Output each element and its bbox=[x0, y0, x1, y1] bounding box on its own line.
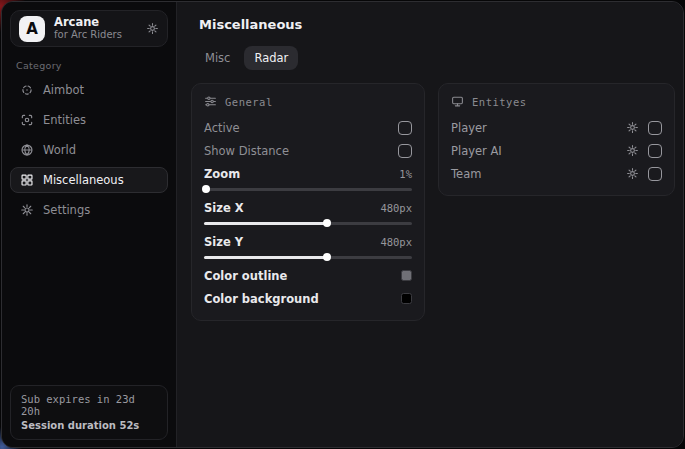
zoom-slider-fill bbox=[204, 188, 206, 191]
size-x-slider-fill bbox=[204, 222, 327, 225]
color-background-swatch[interactable] bbox=[401, 293, 412, 304]
entities-panel: Entityes Player Player AI bbox=[438, 83, 675, 196]
page-title: Miscellaneous bbox=[199, 17, 675, 32]
show-distance-label: Show Distance bbox=[204, 144, 398, 158]
general-panel-header: General bbox=[204, 95, 412, 108]
monitor-icon bbox=[451, 95, 464, 108]
sidebar-item-entities[interactable]: Entities bbox=[10, 107, 168, 133]
main-content: Miscellaneous Misc Radar General bbox=[177, 2, 684, 447]
player-ai-label: Player AI bbox=[451, 144, 626, 158]
row-color-outline: Color outline bbox=[204, 265, 412, 286]
show-distance-checkbox[interactable] bbox=[398, 144, 412, 158]
zoom-label: Zoom bbox=[204, 167, 399, 181]
brand-card: A Arcane for Arc Riders bbox=[10, 10, 168, 47]
brand-subtitle: for Arc Riders bbox=[54, 29, 137, 41]
sidebar-item-miscellaneous[interactable]: Miscellaneous bbox=[10, 167, 168, 193]
gear-icon bbox=[20, 203, 34, 217]
tab-radar[interactable]: Radar bbox=[244, 46, 298, 70]
size-y-label: Size Y bbox=[204, 235, 380, 249]
sidebar-item-label: Entities bbox=[43, 113, 86, 127]
brand-title: Arcane bbox=[54, 16, 137, 29]
panels-container: General Active Show Distance Zoom 1% bbox=[191, 83, 675, 321]
sidebar-item-label: Miscellaneous bbox=[43, 173, 124, 187]
size-y-slider-fill bbox=[204, 256, 327, 259]
tab-bar: Misc Radar bbox=[195, 46, 675, 70]
size-y-slider-thumb[interactable] bbox=[323, 253, 331, 261]
entities-panel-title: Entityes bbox=[472, 96, 527, 108]
size-y-value: 480px bbox=[380, 236, 412, 248]
brand-logo: A bbox=[19, 16, 45, 42]
team-gear-icon[interactable] bbox=[626, 167, 639, 180]
globe-icon bbox=[20, 143, 34, 157]
size-y-slider-track bbox=[204, 256, 412, 259]
zoom-value: 1% bbox=[399, 168, 412, 180]
row-zoom: Zoom 1% bbox=[204, 163, 412, 184]
entity-scan-icon bbox=[20, 113, 34, 127]
general-panel-title: General bbox=[225, 96, 273, 108]
size-x-value: 480px bbox=[380, 202, 412, 214]
brand-text: Arcane for Arc Riders bbox=[54, 16, 137, 41]
size-x-slider-track bbox=[204, 222, 412, 225]
row-player-ai: Player AI bbox=[451, 140, 662, 161]
player-gear-icon[interactable] bbox=[626, 121, 639, 134]
sub-expires-text: Sub expires in 23d 20h bbox=[21, 393, 157, 417]
crosshair-icon bbox=[20, 83, 34, 97]
color-background-label: Color background bbox=[204, 292, 401, 306]
brand-settings-gear-icon[interactable] bbox=[146, 22, 159, 35]
row-color-background: Color background bbox=[204, 288, 412, 309]
sidebar-item-label: World bbox=[43, 143, 76, 157]
grid-icon bbox=[20, 173, 34, 187]
sidebar-item-settings[interactable]: Settings bbox=[10, 197, 168, 223]
zoom-slider[interactable] bbox=[204, 184, 412, 194]
active-label: Active bbox=[204, 121, 398, 135]
zoom-slider-track bbox=[204, 188, 412, 191]
sidebar-item-world[interactable]: World bbox=[10, 137, 168, 163]
team-checkbox[interactable] bbox=[648, 167, 662, 181]
size-x-slider[interactable] bbox=[204, 218, 412, 228]
player-ai-checkbox[interactable] bbox=[648, 144, 662, 158]
tab-misc[interactable]: Misc bbox=[195, 46, 240, 70]
category-label: Category bbox=[16, 60, 168, 71]
zoom-slider-thumb[interactable] bbox=[202, 185, 210, 193]
player-checkbox[interactable] bbox=[648, 121, 662, 135]
sidebar-nav: Aimbot Entities World bbox=[10, 77, 168, 223]
row-team: Team bbox=[451, 163, 662, 184]
session-duration-text: Session duration 52s bbox=[21, 420, 157, 431]
row-size-y: Size Y 480px bbox=[204, 231, 412, 252]
sidebar-item-label: Aimbot bbox=[43, 83, 84, 97]
player-ai-gear-icon[interactable] bbox=[626, 144, 639, 157]
color-outline-label: Color outline bbox=[204, 269, 401, 283]
general-panel: General Active Show Distance Zoom 1% bbox=[191, 83, 425, 321]
subscription-footer: Sub expires in 23d 20h Session duration … bbox=[10, 385, 168, 440]
size-x-label: Size X bbox=[204, 201, 380, 215]
player-label: Player bbox=[451, 121, 626, 135]
app-window: A Arcane for Arc Riders Category bbox=[1, 1, 684, 448]
sidebar: A Arcane for Arc Riders Category bbox=[2, 2, 177, 447]
row-active: Active bbox=[204, 117, 412, 138]
sliders-icon bbox=[204, 95, 217, 108]
team-label: Team bbox=[451, 167, 626, 181]
size-x-slider-thumb[interactable] bbox=[323, 219, 331, 227]
sidebar-item-label: Settings bbox=[43, 203, 90, 217]
row-size-x: Size X 480px bbox=[204, 197, 412, 218]
size-y-slider[interactable] bbox=[204, 252, 412, 262]
entities-panel-header: Entityes bbox=[451, 95, 662, 108]
color-outline-swatch[interactable] bbox=[401, 270, 412, 281]
sidebar-item-aimbot[interactable]: Aimbot bbox=[10, 77, 168, 103]
row-show-distance: Show Distance bbox=[204, 140, 412, 161]
row-player: Player bbox=[451, 117, 662, 138]
active-checkbox[interactable] bbox=[398, 121, 412, 135]
